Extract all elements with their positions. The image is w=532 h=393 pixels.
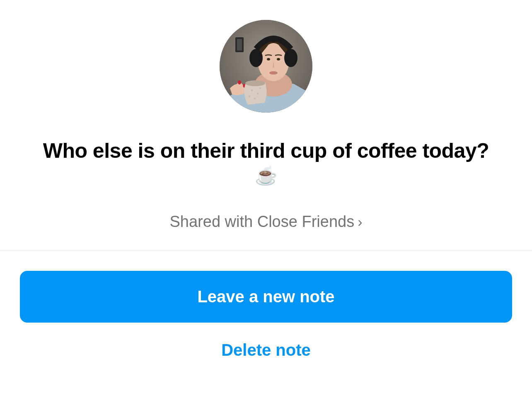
note-emoji: ☕ [255, 165, 278, 186]
audience-selector[interactable]: Shared with Close Friends › [170, 213, 363, 231]
svg-point-7 [267, 58, 270, 60]
audience-label: Shared with Close Friends [170, 213, 355, 231]
svg-point-11 [238, 80, 241, 84]
svg-rect-2 [237, 39, 242, 51]
svg-point-19 [249, 96, 250, 97]
delete-note-button[interactable]: Delete note [221, 341, 311, 359]
svg-point-15 [251, 89, 253, 91]
svg-point-8 [277, 58, 280, 60]
chevron-right-icon: › [358, 214, 362, 230]
svg-point-9 [269, 71, 278, 75]
note-detail-container: Who else is on their third cup of coffee… [0, 0, 532, 379]
svg-point-17 [254, 98, 256, 99]
note-text: Who else is on their third cup of coffee… [43, 138, 489, 163]
avatar[interactable] [220, 20, 312, 113]
leave-new-note-button[interactable]: Leave a new note [20, 271, 512, 323]
svg-point-5 [249, 49, 263, 67]
svg-point-6 [284, 49, 297, 67]
avatar-image [220, 20, 312, 113]
svg-point-18 [259, 87, 261, 89]
actions-area: Leave a new note Delete note [0, 251, 532, 379]
svg-point-14 [245, 80, 265, 86]
svg-point-16 [257, 93, 259, 94]
